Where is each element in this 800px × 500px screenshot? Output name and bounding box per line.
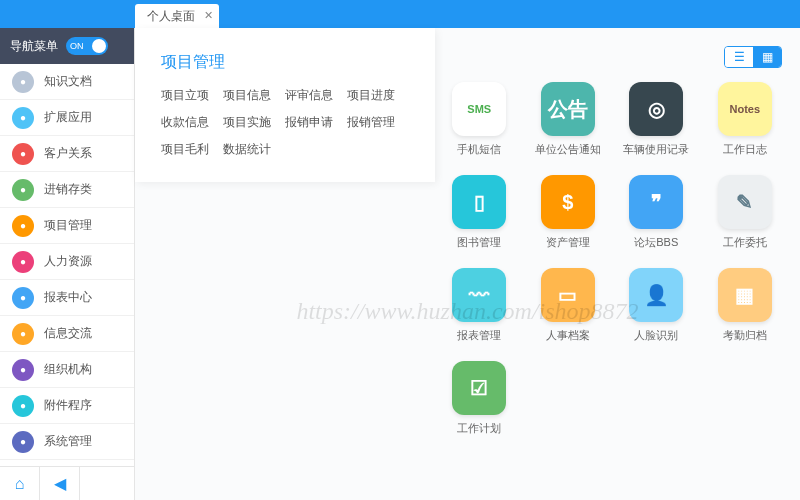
view-list-button[interactable]: ☰ — [725, 47, 753, 67]
app-icon: 👤 — [629, 268, 683, 322]
nav-icon: ● — [12, 431, 34, 453]
sidebar-item-8[interactable]: ●组织机构 — [0, 352, 134, 388]
close-icon[interactable]: ✕ — [204, 9, 213, 22]
view-grid-button[interactable]: ▦ — [753, 47, 781, 67]
sidebar-item-7[interactable]: ●信息交流 — [0, 316, 134, 352]
nav-toggle-switch[interactable]: ON — [66, 37, 108, 55]
app-label: 车辆使用记录 — [623, 142, 689, 157]
sidebar-item-3[interactable]: ●进销存类 — [0, 172, 134, 208]
top-bar: 个人桌面 ✕ — [0, 0, 800, 28]
nav-label: 信息交流 — [44, 325, 92, 342]
nav-label: 知识文档 — [44, 73, 92, 90]
popup-link-3[interactable]: 项目进度 — [347, 87, 409, 104]
nav-icon: ● — [12, 395, 34, 417]
app-tile-11[interactable]: ▦考勤归档 — [708, 268, 783, 343]
popup-link-9[interactable]: 数据统计 — [223, 141, 285, 158]
app-label: 论坛BBS — [634, 235, 678, 250]
popup-link-4[interactable]: 收款信息 — [161, 114, 223, 131]
nav-icon: ● — [12, 215, 34, 237]
desktop-panel: ☰ ▦ SMS手机短信公告单位公告通知◎车辆使用记录Notes工作日志▯图书管理… — [442, 46, 782, 436]
app-tile-12[interactable]: ☑工作计划 — [442, 361, 517, 436]
left-icon[interactable]: ◀ — [40, 467, 80, 500]
app-tile-6[interactable]: ❞论坛BBS — [619, 175, 694, 250]
app-label: 人事档案 — [546, 328, 590, 343]
nav-list: ●知识文档●扩展应用●客户关系●进销存类●项目管理●人力资源●报表中心●信息交流… — [0, 64, 134, 466]
sidebar-item-6[interactable]: ●报表中心 — [0, 280, 134, 316]
app-tile-3[interactable]: Notes工作日志 — [708, 82, 783, 157]
sidebar-item-1[interactable]: ●扩展应用 — [0, 100, 134, 136]
sidebar-item-0[interactable]: ●知识文档 — [0, 64, 134, 100]
app-label: 工作日志 — [723, 142, 767, 157]
view-toggle: ☰ ▦ — [442, 46, 782, 68]
nav-icon: ● — [12, 179, 34, 201]
home-icon[interactable]: ⌂ — [0, 467, 40, 500]
popup-links: 项目立项项目信息评审信息项目进度收款信息项目实施报销申请报销管理项目毛利数据统计 — [161, 87, 409, 158]
app-grid: SMS手机短信公告单位公告通知◎车辆使用记录Notes工作日志▯图书管理$资产管… — [442, 82, 782, 436]
nav-label: 人力资源 — [44, 253, 92, 270]
tab-label: 个人桌面 — [147, 8, 195, 25]
app-label: 考勤归档 — [723, 328, 767, 343]
app-tile-1[interactable]: 公告单位公告通知 — [531, 82, 606, 157]
nav-label: 扩展应用 — [44, 109, 92, 126]
app-label: 单位公告通知 — [535, 142, 601, 157]
nav-label: 组织机构 — [44, 361, 92, 378]
submenu-popup: 项目管理 项目立项项目信息评审信息项目进度收款信息项目实施报销申请报销管理项目毛… — [135, 28, 435, 182]
nav-icon: ● — [12, 107, 34, 129]
app-icon: SMS — [452, 82, 506, 136]
sidebar-item-5[interactable]: ●人力资源 — [0, 244, 134, 280]
app-tile-10[interactable]: 👤人脸识别 — [619, 268, 694, 343]
app-label: 工作计划 — [457, 421, 501, 436]
app-icon: 〰 — [452, 268, 506, 322]
nav-icon: ● — [12, 71, 34, 93]
nav-icon: ● — [12, 251, 34, 273]
nav-toggle-label: 导航菜单 — [10, 38, 58, 55]
sidebar-item-10[interactable]: ●系统管理 — [0, 424, 134, 460]
nav-toggle-bar: 导航菜单 ON — [0, 28, 134, 64]
app-icon: 公告 — [541, 82, 595, 136]
app-tile-7[interactable]: ✎工作委托 — [708, 175, 783, 250]
tab-desktop[interactable]: 个人桌面 ✕ — [135, 4, 219, 28]
app-label: 图书管理 — [457, 235, 501, 250]
nav-icon: ● — [12, 287, 34, 309]
nav-icon: ● — [12, 143, 34, 165]
app-icon: ▦ — [718, 268, 772, 322]
app-tile-2[interactable]: ◎车辆使用记录 — [619, 82, 694, 157]
nav-label: 附件程序 — [44, 397, 92, 414]
app-icon: $ — [541, 175, 595, 229]
popup-link-2[interactable]: 评审信息 — [285, 87, 347, 104]
popup-link-7[interactable]: 报销管理 — [347, 114, 409, 131]
sidebar-item-2[interactable]: ●客户关系 — [0, 136, 134, 172]
app-tile-9[interactable]: ▭人事档案 — [531, 268, 606, 343]
app-label: 报表管理 — [457, 328, 501, 343]
app-label: 人脸识别 — [634, 328, 678, 343]
nav-icon: ● — [12, 359, 34, 381]
main-area: 项目管理 项目立项项目信息评审信息项目进度收款信息项目实施报销申请报销管理项目毛… — [135, 28, 800, 500]
popup-link-8[interactable]: 项目毛利 — [161, 141, 223, 158]
app-tile-5[interactable]: $资产管理 — [531, 175, 606, 250]
popup-link-1[interactable]: 项目信息 — [223, 87, 285, 104]
app-icon: ▭ — [541, 268, 595, 322]
nav-label: 客户关系 — [44, 145, 92, 162]
popup-link-0[interactable]: 项目立项 — [161, 87, 223, 104]
nav-label: 报表中心 — [44, 289, 92, 306]
popup-link-5[interactable]: 项目实施 — [223, 114, 285, 131]
app-tile-8[interactable]: 〰报表管理 — [442, 268, 517, 343]
app-icon: ☑ — [452, 361, 506, 415]
app-icon: ❞ — [629, 175, 683, 229]
nav-label: 进销存类 — [44, 181, 92, 198]
app-label: 手机短信 — [457, 142, 501, 157]
sidebar-item-9[interactable]: ●附件程序 — [0, 388, 134, 424]
app-icon: Notes — [718, 82, 772, 136]
sidebar-item-4[interactable]: ●项目管理 — [0, 208, 134, 244]
nav-label: 项目管理 — [44, 217, 92, 234]
app-icon: ▯ — [452, 175, 506, 229]
nav-icon: ● — [12, 323, 34, 345]
app-label: 资产管理 — [546, 235, 590, 250]
popup-title: 项目管理 — [161, 52, 409, 73]
app-tile-4[interactable]: ▯图书管理 — [442, 175, 517, 250]
bottom-bar: ⌂ ◀ — [0, 466, 134, 500]
app-label: 工作委托 — [723, 235, 767, 250]
popup-link-6[interactable]: 报销申请 — [285, 114, 347, 131]
app-tile-0[interactable]: SMS手机短信 — [442, 82, 517, 157]
app-icon: ◎ — [629, 82, 683, 136]
